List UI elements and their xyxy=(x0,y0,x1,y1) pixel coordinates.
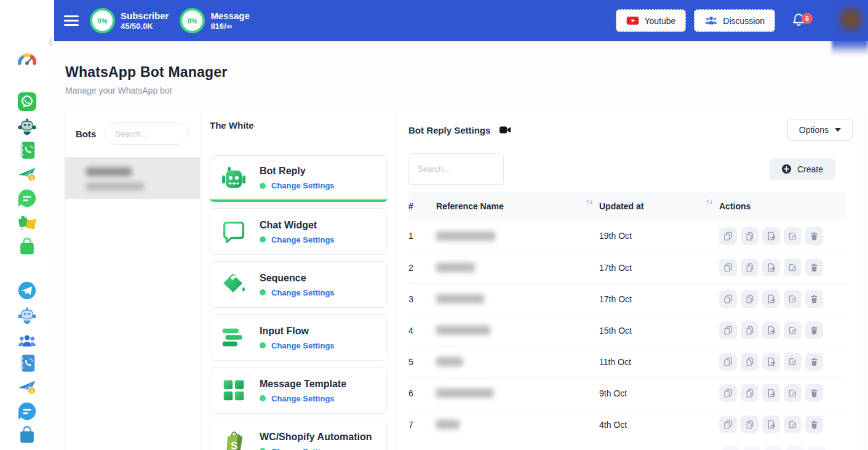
table-search-input[interactable] xyxy=(408,153,504,185)
discussion-button[interactable]: Discussion xyxy=(694,9,775,32)
whatsapp-icon[interactable] xyxy=(17,91,38,112)
reference-name-redacted xyxy=(436,388,493,398)
change-settings-link[interactable]: Change Settings xyxy=(260,181,335,190)
change-settings-link[interactable]: Change Settings xyxy=(260,341,335,350)
reference-name-redacted xyxy=(436,326,490,335)
telegram-contacts-icon[interactable] xyxy=(17,353,38,374)
bot-reply-table: # Reference Name Updated at Actions xyxy=(408,192,846,440)
delete-button[interactable] xyxy=(805,259,823,276)
edit-button[interactable] xyxy=(784,321,802,339)
panel-title: Bot Reply Settings xyxy=(408,125,490,135)
telegram-broadcast-icon[interactable] xyxy=(17,377,38,398)
delete-button[interactable] xyxy=(805,353,823,371)
duplicate-button[interactable] xyxy=(741,353,759,371)
duplicate-button[interactable] xyxy=(741,321,759,339)
message-label: Message xyxy=(210,10,249,22)
updated-at-cell: 17th Oct xyxy=(599,283,719,315)
copy-button[interactable] xyxy=(719,384,737,402)
sidebar-scrollbar-thumb[interactable] xyxy=(49,38,52,46)
delete-button[interactable] xyxy=(805,416,823,433)
change-settings-label: Change Settings xyxy=(271,181,335,190)
change-settings-link[interactable]: Change Settings xyxy=(260,394,346,403)
duplicate-button[interactable] xyxy=(741,290,759,308)
create-button[interactable]: Create xyxy=(769,158,835,180)
column-header-updated-at[interactable]: Updated at xyxy=(599,192,719,220)
change-settings-link[interactable]: Change Settings xyxy=(260,447,372,450)
duplicate-button[interactable] xyxy=(741,227,759,245)
copy-button[interactable] xyxy=(722,446,739,450)
export-button[interactable] xyxy=(762,416,780,433)
card-bot-reply[interactable]: Bot Reply Change Settings xyxy=(210,155,388,202)
whatsapp-contacts-icon[interactable] xyxy=(17,140,38,161)
bots-search-input[interactable] xyxy=(105,123,189,145)
export-button[interactable] xyxy=(762,384,780,402)
sort-icon[interactable] xyxy=(705,198,714,207)
change-settings-link[interactable]: Change Settings xyxy=(260,235,335,244)
telegram-shop-icon[interactable] xyxy=(17,425,38,446)
duplicate-button[interactable] xyxy=(741,416,759,433)
copy-button[interactable] xyxy=(719,227,737,245)
row-number: 5 xyxy=(408,346,436,377)
duplicate-button[interactable] xyxy=(743,446,761,450)
card-sequence[interactable]: Sequence Change Settings xyxy=(210,261,388,308)
youtube-button[interactable]: Youtube xyxy=(616,9,686,32)
whatsapp-broadcast-icon[interactable] xyxy=(17,164,38,185)
chevron-down-icon xyxy=(835,128,841,132)
edit-button[interactable] xyxy=(784,259,802,276)
export-button[interactable] xyxy=(762,259,780,276)
table-row: 7 4th Oct xyxy=(408,409,846,440)
card-message-template[interactable]: Message Template Change Settings xyxy=(210,367,388,414)
telegram-groups-icon[interactable] xyxy=(17,329,38,350)
delete-button[interactable] xyxy=(808,446,826,450)
telegram-chat-icon[interactable] xyxy=(17,401,38,422)
card-title: Bot Reply xyxy=(260,165,335,177)
delete-button[interactable] xyxy=(805,290,823,308)
change-settings-link[interactable]: Change Settings xyxy=(260,288,335,297)
dashboard-gauge-icon[interactable] xyxy=(17,49,38,70)
integrations-puzzle-icon[interactable] xyxy=(17,212,38,233)
telegram-icon[interactable] xyxy=(17,280,38,301)
card-wc-shopify-automation[interactable]: WC/Shopify Automation Change Settings xyxy=(210,420,388,450)
export-button[interactable] xyxy=(762,227,780,245)
column-header-reference-name[interactable]: Reference Name xyxy=(436,192,599,220)
copy-button[interactable] xyxy=(719,259,737,276)
export-button[interactable] xyxy=(762,353,780,371)
copy-button[interactable] xyxy=(719,321,737,339)
menu-toggle-button[interactable] xyxy=(64,13,79,29)
whatsapp-shop-icon[interactable] xyxy=(17,236,38,257)
column-header-number[interactable]: # xyxy=(408,192,436,220)
options-button[interactable]: Options xyxy=(787,119,853,141)
row-number: 4 xyxy=(408,315,436,346)
bot-list-item-selected[interactable] xyxy=(65,158,200,199)
telegram-bot-icon[interactable] xyxy=(17,305,38,326)
edit-button[interactable] xyxy=(784,353,802,371)
table-row: 3 17th Oct xyxy=(408,283,846,315)
copy-button[interactable] xyxy=(719,416,737,433)
shopify-icon xyxy=(219,428,249,450)
delete-button[interactable] xyxy=(805,384,823,402)
copy-button[interactable] xyxy=(719,353,737,371)
video-tutorial-icon[interactable] xyxy=(499,125,511,135)
bots-panel-title: Bots xyxy=(76,129,96,139)
card-chat-widget[interactable]: Chat Widget Change Settings xyxy=(210,208,388,255)
export-button[interactable] xyxy=(765,446,782,450)
notifications-button[interactable]: 6 xyxy=(791,12,806,30)
copy-button[interactable] xyxy=(719,290,737,308)
user-avatar[interactable] xyxy=(832,0,868,41)
edit-button[interactable] xyxy=(786,446,804,450)
card-input-flow[interactable]: Input Flow Change Settings xyxy=(210,314,388,361)
edit-button[interactable] xyxy=(784,227,802,245)
export-button[interactable] xyxy=(762,290,780,308)
delete-button[interactable] xyxy=(805,321,823,339)
whatsapp-chat-icon[interactable] xyxy=(17,188,38,209)
edit-button[interactable] xyxy=(784,384,802,402)
whatsapp-bot-icon[interactable] xyxy=(17,116,38,137)
edit-button[interactable] xyxy=(784,290,802,308)
edit-button[interactable] xyxy=(784,416,802,433)
change-settings-label: Change Settings xyxy=(271,394,335,403)
duplicate-button[interactable] xyxy=(741,259,759,276)
export-button[interactable] xyxy=(762,321,780,339)
sort-icon[interactable] xyxy=(585,198,594,207)
duplicate-button[interactable] xyxy=(741,384,759,402)
delete-button[interactable] xyxy=(805,227,823,245)
